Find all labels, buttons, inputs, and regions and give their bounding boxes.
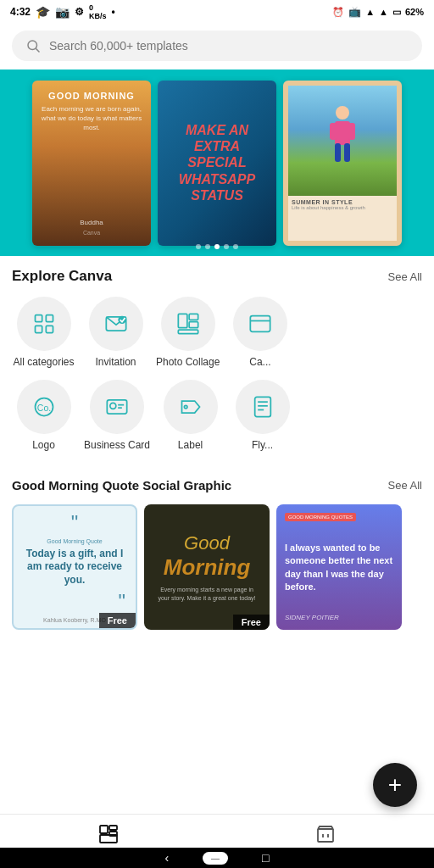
category-all[interactable]: All categories bbox=[12, 297, 75, 368]
copyright-icon: Co. bbox=[32, 395, 56, 419]
dot-5 bbox=[233, 244, 238, 249]
battery-percent: 62% bbox=[405, 7, 424, 17]
dot-2 bbox=[205, 244, 210, 249]
dot-4 bbox=[224, 244, 229, 249]
categories-row2: Co. Logo Business Card bbox=[12, 380, 422, 454]
svg-line-1 bbox=[36, 48, 39, 52]
caption-sub-3: Life is about happiness & growth bbox=[292, 205, 393, 210]
camera-icon: 📷 bbox=[55, 5, 70, 19]
gm-small-title-1: Good Morning Quote bbox=[47, 538, 102, 544]
time: 4:32 bbox=[10, 6, 31, 18]
search-container bbox=[0, 24, 434, 70]
status-bar: 4:32 🎓 📷 ⚙ 0KB/s • ⏰ 📺 ▲ ▲ ▭ 62% bbox=[0, 0, 434, 24]
svg-text:Co.: Co. bbox=[36, 403, 50, 413]
label-label: Label bbox=[178, 439, 203, 451]
fab-icon: + bbox=[388, 771, 402, 798]
flyer-icon bbox=[251, 395, 275, 419]
invitation-icon-circle bbox=[89, 297, 143, 351]
category-flyer[interactable]: Fly... bbox=[231, 380, 294, 451]
svg-rect-18 bbox=[250, 316, 270, 332]
grid-icon bbox=[32, 312, 56, 336]
explore-header: Explore Canva See All bbox=[12, 268, 422, 285]
banner-text-2: MAKE AN EXTRA SPECIAL WHATSAPP STATUS bbox=[168, 122, 266, 203]
search-bar[interactable] bbox=[12, 31, 422, 61]
banner-author-1: Buddha bbox=[80, 212, 103, 226]
explore-see-all[interactable]: See All bbox=[388, 270, 422, 283]
svg-rect-32 bbox=[109, 826, 117, 830]
gm-badge-1: Free bbox=[99, 613, 136, 628]
invitation-label: Invitation bbox=[95, 356, 136, 368]
gm-cards-row: " Good Morning Quote Today is a gift, an… bbox=[12, 504, 422, 635]
speed-label: 0KB/s bbox=[89, 3, 107, 20]
all-categories-icon-circle bbox=[17, 297, 71, 351]
fab-button[interactable]: + bbox=[373, 763, 417, 807]
search-input[interactable] bbox=[49, 39, 409, 53]
svg-rect-7 bbox=[344, 143, 350, 162]
all-categories-label: All categories bbox=[13, 356, 74, 368]
quote-open-icon: " bbox=[71, 511, 79, 535]
card-label: Ca... bbox=[249, 356, 270, 368]
gm-morning-2: Morning bbox=[164, 554, 251, 581]
banner-dots bbox=[0, 244, 434, 249]
banner-card-3[interactable]: SUMMER IN STYLE Life is about happiness … bbox=[283, 81, 402, 246]
gm-author-3: SIDNEY POITIER bbox=[285, 614, 393, 621]
gm-badge-2: Free bbox=[233, 615, 270, 630]
explore-title: Explore Canva bbox=[12, 268, 112, 285]
svg-rect-31 bbox=[100, 826, 108, 833]
alarm-icon: ⏰ bbox=[332, 7, 344, 18]
logo-icon-circle: Co. bbox=[17, 380, 71, 434]
designs-icon bbox=[315, 824, 336, 844]
svg-rect-4 bbox=[330, 123, 337, 140]
svg-rect-17 bbox=[178, 330, 198, 334]
banner-card-2[interactable]: MAKE AN EXTRA SPECIAL WHATSAPP STATUS bbox=[158, 81, 276, 246]
person-silhouette bbox=[321, 103, 364, 179]
businesscard-icon-circle bbox=[90, 380, 144, 434]
svg-point-2 bbox=[336, 106, 349, 120]
label-icon bbox=[179, 395, 203, 419]
svg-rect-15 bbox=[189, 314, 198, 320]
photocollage-label: Photo Collage bbox=[156, 356, 220, 368]
cast-icon: 📺 bbox=[348, 6, 361, 18]
gm-card-3[interactable]: GOOD MORNING QUOTES I always wanted to b… bbox=[276, 504, 402, 630]
gm-tag-3: GOOD MORNING QUOTES bbox=[285, 513, 356, 521]
canva-watermark-1: Canva bbox=[83, 230, 100, 236]
recents-button[interactable]: □ bbox=[262, 851, 269, 865]
battery-icon: ▭ bbox=[392, 7, 401, 18]
back-button[interactable]: ‹ bbox=[164, 851, 169, 865]
gm-card-1[interactable]: " Good Morning Quote Today is a gift, an… bbox=[12, 504, 137, 630]
logo-label: Logo bbox=[32, 439, 55, 451]
flyer-label: Fly... bbox=[252, 439, 273, 451]
gm-main-quote-1: Today is a gift, and I am ready to recei… bbox=[24, 548, 125, 587]
dot-icon: • bbox=[112, 6, 115, 18]
banner-carousel: GOOD MORNING Each morning we are born ag… bbox=[0, 70, 434, 256]
category-card[interactable]: Ca... bbox=[228, 297, 292, 368]
explore-section: Explore Canva See All All categories bbox=[0, 256, 434, 454]
gm-see-all[interactable]: See All bbox=[388, 479, 422, 492]
banner-caption-3: SUMMER IN STYLE Life is about happiness … bbox=[288, 196, 397, 212]
banner-heading-1: GOOD MORNING bbox=[48, 91, 135, 101]
svg-rect-27 bbox=[254, 397, 270, 416]
flyer-icon-circle bbox=[236, 380, 290, 434]
gm-subtext-2: Every morning starts a new page in your … bbox=[154, 586, 259, 603]
category-label[interactable]: Label bbox=[159, 380, 222, 451]
categories-row1: All categories Invitation bbox=[12, 297, 422, 371]
category-invitation[interactable]: Invitation bbox=[84, 297, 147, 368]
templates-icon bbox=[98, 824, 119, 844]
photocollage-icon-circle bbox=[161, 297, 215, 351]
quote-close-icon: " bbox=[118, 590, 125, 614]
banner-card-1[interactable]: GOOD MORNING Each morning we are born ag… bbox=[32, 81, 151, 246]
category-logo[interactable]: Co. Logo bbox=[12, 380, 75, 451]
business-label: Business Card bbox=[84, 439, 150, 451]
home-button[interactable]: — bbox=[203, 852, 228, 865]
category-photocollage[interactable]: Photo Collage bbox=[156, 297, 220, 368]
card-icon bbox=[248, 312, 272, 336]
category-business[interactable]: Business Card bbox=[84, 380, 150, 451]
svg-point-26 bbox=[184, 405, 187, 409]
gm-card-2[interactable]: Good Morning Every morning starts a new … bbox=[144, 504, 270, 630]
android-nav-bar: ‹ — □ bbox=[0, 848, 434, 868]
signal-icon: ▲ bbox=[379, 7, 388, 17]
svg-rect-14 bbox=[178, 314, 187, 327]
dot-3 bbox=[214, 244, 220, 249]
svg-point-0 bbox=[28, 41, 37, 50]
gm-section: Good Morning Quote Social Graphic See Al… bbox=[0, 466, 434, 635]
